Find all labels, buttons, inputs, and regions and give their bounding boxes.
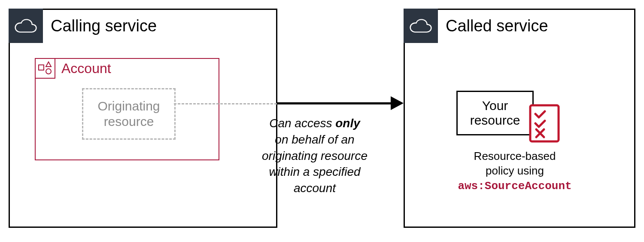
originating-resource-box: Originating resource — [82, 88, 176, 140]
called-service-box: Called service Your resource Resource-ba… — [404, 9, 635, 228]
policy-text: Resource-based policy using aws:SourceAc… — [446, 149, 583, 193]
calling-service-header: Calling service — [9, 9, 157, 43]
svg-rect-0 — [39, 65, 44, 70]
arrow-caption: Can access only on behalf of an originat… — [248, 115, 381, 196]
called-service-title: Called service — [446, 17, 548, 35]
policy-checklist-icon — [527, 103, 562, 146]
caption-rest: on behalf of an originating resource wit… — [262, 133, 368, 195]
diagram-canvas: Calling service Account Originating reso… — [0, 0, 644, 242]
shapes-icon — [35, 58, 55, 79]
dashed-connector — [174, 103, 277, 104]
arrow-head-icon — [391, 96, 404, 110]
calling-service-box: Calling service Account Originating reso… — [9, 9, 277, 228]
your-resource-box: Your resource — [456, 91, 534, 135]
caption-bold: only — [335, 116, 360, 130]
svg-marker-1 — [46, 62, 51, 67]
caption-prefix: Can access — [269, 116, 335, 130]
account-header: Account — [35, 58, 111, 79]
calling-service-title: Calling service — [51, 17, 157, 35]
policy-line2: policy using — [486, 164, 544, 177]
svg-point-2 — [46, 69, 51, 74]
arrow-line — [277, 102, 393, 104]
account-title: Account — [61, 61, 111, 77]
policy-key: aws:SourceAccount — [458, 180, 571, 193]
cloud-icon — [404, 9, 438, 43]
cloud-icon — [9, 9, 43, 43]
called-service-header: Called service — [404, 9, 548, 43]
policy-line1: Resource-based — [474, 150, 556, 162]
account-box: Account Originating resource — [35, 58, 219, 160]
